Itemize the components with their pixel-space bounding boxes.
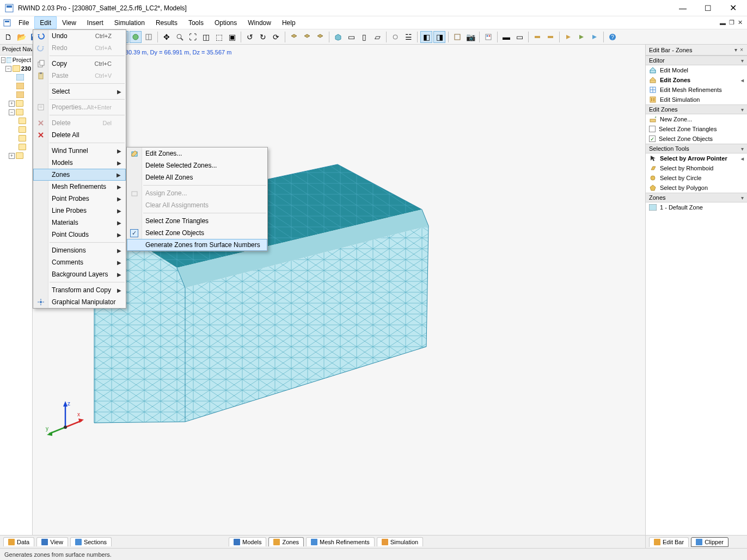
menu-help[interactable]: Help (277, 16, 301, 29)
menu-item-line-probes[interactable]: Line Probes▶ (33, 205, 126, 217)
menu-results[interactable]: Results (150, 16, 183, 29)
viewport-tab-models[interactable]: Models (229, 537, 266, 546)
editbar-item-select-zone-objects[interactable]: ✓Select Zone Objects (646, 134, 747, 144)
submenu-item-edit-zones[interactable]: Edit Zones... (127, 147, 267, 159)
tree-row[interactable]: − (0, 108, 32, 116)
submenu-item-select-zone-objects[interactable]: ✓Select Zone Objects (127, 227, 267, 239)
right-tab-clipper[interactable]: Clipper (691, 537, 728, 547)
menu-item-comments[interactable]: Comments▶ (33, 256, 126, 268)
minimize-button[interactable]: — (670, 0, 695, 16)
cube-view-icon[interactable] (332, 31, 344, 43)
new-file-icon[interactable]: 🗋 (2, 31, 14, 43)
fit-icon[interactable]: ⛶ (187, 31, 199, 43)
selection-tools-group-header[interactable]: Selection Tools▾ (646, 144, 747, 153)
tree-row[interactable] (0, 73, 32, 82)
menu-item-models[interactable]: Models▶ (33, 157, 126, 169)
top-view-icon[interactable]: ▱ (371, 31, 383, 43)
navigator-tab-data[interactable]: Data (3, 537, 34, 546)
project-child-row[interactable]: − 230 (0, 64, 32, 73)
play-b-icon[interactable] (575, 31, 587, 43)
project-root-row[interactable]: − Project (0, 56, 32, 64)
submenu-item-generate-zones-from-surface-numbers[interactable]: Generate Zones from Surface Numbers (127, 239, 267, 251)
visibility-icon[interactable] (389, 31, 401, 43)
toggle-a-icon[interactable] (531, 31, 543, 43)
menu-file[interactable]: File (13, 16, 34, 29)
refresh-icon[interactable]: ⟳ (270, 31, 282, 43)
tree-collapse-icon[interactable]: − (5, 66, 11, 72)
editbar-item-select-by-arrow-pointer[interactable]: Select by Arrow Pointer◂ (646, 153, 747, 163)
menu-item-point-probes[interactable]: Point Probes▶ (33, 193, 126, 205)
tree-expand-icon[interactable]: + (9, 153, 15, 159)
editbar-item-edit-model[interactable]: Edit Model (646, 65, 747, 75)
editbar-item-edit-zones[interactable]: Edit Zones◂ (646, 75, 747, 85)
view-mode-4-icon[interactable] (130, 31, 142, 43)
pan-icon[interactable]: ✥ (161, 31, 173, 43)
play-c-icon[interactable] (589, 31, 601, 43)
layers-icon[interactable]: ☱ (402, 31, 414, 43)
maximize-button[interactable]: ☐ (695, 0, 720, 16)
tree-collapse-icon[interactable]: − (1, 57, 5, 63)
menu-item-graphical-manipulator[interactable]: Graphical Manipulator (33, 296, 126, 308)
menu-simulation[interactable]: Simulation (109, 16, 150, 29)
editbar-item-select-by-polygon[interactable]: Select by Polygon (646, 183, 747, 193)
submenu-item-delete-all-zones[interactable]: Delete All Zones (127, 171, 267, 183)
submenu-item-delete-selected-zones[interactable]: Delete Selected Zones... (127, 159, 267, 171)
menu-item-wind-tunnel[interactable]: Wind Tunnel▶ (33, 145, 126, 157)
hide-icon[interactable]: ▬ (500, 31, 512, 43)
menu-insert[interactable]: Insert (82, 16, 109, 29)
checkbox[interactable] (649, 126, 656, 132)
navigator-tab-view[interactable]: View (36, 537, 68, 546)
tree-row[interactable] (0, 134, 32, 143)
close-button[interactable]: ✕ (720, 0, 745, 16)
isoview-1-icon[interactable] (288, 31, 300, 43)
right-tab-edit-bar[interactable]: Edit Bar (649, 537, 689, 547)
menu-edit[interactable]: Edit (34, 16, 57, 29)
mdi-close-button[interactable]: ✕ (738, 19, 743, 26)
menu-item-copy[interactable]: CopyCtrl+C (33, 58, 126, 70)
menu-item-dimensions[interactable]: Dimensions▶ (33, 244, 126, 256)
play-a-icon[interactable] (562, 31, 574, 43)
snap-2-icon[interactable]: ◨ (433, 31, 445, 43)
submenu-item-select-zone-triangles[interactable]: Select Zone Triangles (127, 215, 267, 227)
mdi-minimize-button[interactable]: ▬ (720, 20, 726, 26)
mdi-restore-button[interactable]: ❐ (729, 19, 734, 26)
editbar-item-select-by-rhomboid[interactable]: Select by Rhomboid (646, 163, 747, 173)
menu-item-zones[interactable]: Zones▶ (33, 169, 126, 181)
menu-item-background-layers[interactable]: Background Layers▶ (33, 268, 126, 280)
editbar-item-select-by-circle[interactable]: Select by Circle (646, 173, 747, 183)
checkbox[interactable]: ✓ (649, 136, 656, 142)
menu-item-delete-all[interactable]: Delete All (33, 129, 126, 141)
viewport-tab-zones[interactable]: Zones (268, 537, 304, 546)
menu-options[interactable]: Options (209, 16, 242, 29)
clip-icon[interactable] (451, 31, 463, 43)
front-view-icon[interactable]: ▭ (345, 31, 357, 43)
editbar-item-default-zone[interactable]: 1 - Default Zone (646, 202, 747, 212)
menu-item-point-clouds[interactable]: Point Clouds▶ (33, 229, 126, 241)
help-icon[interactable]: ? (607, 31, 619, 43)
isoview-3-icon[interactable] (314, 31, 326, 43)
editbar-item-edit-simulation[interactable]: Edit Simulation (646, 95, 747, 104)
editor-group-header[interactable]: Editor▾ (646, 56, 747, 65)
rotate-cw-icon[interactable]: ↻ (257, 31, 269, 43)
tree-row[interactable]: + (0, 99, 32, 108)
editbar-item-edit-mesh-refinements[interactable]: Edit Mesh Refinements (646, 85, 747, 95)
fit-extent-icon[interactable]: ▣ (226, 31, 238, 43)
fit-selection-icon[interactable]: ⬚ (213, 31, 225, 43)
menu-item-materials[interactable]: Materials▶ (33, 217, 126, 229)
zones-group-header[interactable]: Zones▾ (646, 193, 747, 202)
edit-zones-group-header[interactable]: Edit Zones▾ (646, 104, 747, 114)
viewport-tab-simulation[interactable]: Simulation (377, 537, 423, 546)
tree-collapse-icon[interactable]: − (9, 109, 15, 115)
panel-pin-icon[interactable]: ▾ × (734, 47, 744, 53)
tree-expand-icon[interactable]: + (9, 101, 15, 107)
editbar-item-new-zone[interactable]: +New Zone... (646, 114, 747, 124)
toggle-b-icon[interactable] (544, 31, 556, 43)
tree-row[interactable] (0, 125, 32, 134)
show-icon[interactable]: ▭ (513, 31, 525, 43)
tree-row[interactable] (0, 143, 32, 151)
rotate-ccw-icon[interactable]: ↺ (244, 31, 256, 43)
menu-view[interactable]: View (57, 16, 82, 29)
open-file-icon[interactable]: 📂 (15, 31, 27, 43)
side-view-icon[interactable]: ▯ (358, 31, 370, 43)
palette-icon[interactable] (482, 31, 494, 43)
